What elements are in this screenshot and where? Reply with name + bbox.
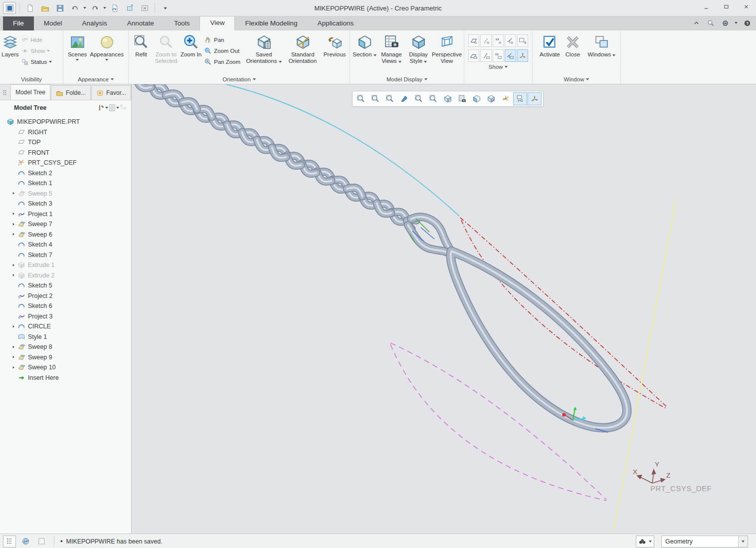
tree-item-right[interactable]: RIGHT xyxy=(0,127,131,138)
tab-model[interactable]: Model xyxy=(34,16,72,30)
windows-button[interactable]: Windows xyxy=(587,32,616,58)
previous-button[interactable]: Previous xyxy=(322,32,348,58)
group-label-model-display[interactable]: Model Display xyxy=(350,74,464,84)
expand-icon[interactable] xyxy=(10,365,17,370)
appearances-button[interactable]: Appearances xyxy=(90,32,124,61)
zoom-in-button[interactable] xyxy=(369,92,382,105)
wire-loop[interactable] xyxy=(408,217,627,428)
tree-item-project-1[interactable]: Project 1 xyxy=(0,209,131,220)
group-label-appearance[interactable]: Appearance xyxy=(63,74,128,84)
pan-zoom-button[interactable]: Pan Zoom xyxy=(202,56,244,67)
spin-center-display-button[interactable] xyxy=(517,49,528,62)
datum-display-filters-button[interactable] xyxy=(499,92,513,105)
graphics-area[interactable]: X Y Z PRT_CSYS_DEF xyxy=(132,84,756,534)
refit-button[interactable]: Refit xyxy=(130,32,152,58)
layers-button[interactable]: Layers xyxy=(1,32,19,58)
tree-item-front[interactable]: FRONT xyxy=(0,148,131,158)
group-label-show[interactable]: Show xyxy=(464,62,532,71)
open-file-button[interactable] xyxy=(38,2,51,14)
panel-tab-folder-browser[interactable]: Folde... xyxy=(51,85,91,100)
tree-item-sketch-4[interactable]: Sketch 4 xyxy=(0,240,131,250)
tree-item-prt-csys-def[interactable]: zPRT_CSYS_DEF xyxy=(0,158,131,168)
expand-icon[interactable] xyxy=(10,263,17,268)
hide-button[interactable]: Hide xyxy=(19,34,54,45)
maximize-button[interactable] xyxy=(720,2,733,12)
tab-applications[interactable]: Applications xyxy=(307,16,364,30)
zoom-in-button[interactable]: Zoom In xyxy=(180,32,202,58)
zoom-to-selected-button[interactable]: Zoom to Selected xyxy=(152,32,180,64)
display-style-button[interactable]: Display Style xyxy=(405,32,431,64)
csys-tag-display-button[interactable] xyxy=(505,49,516,62)
tree-item-project-2[interactable]: Project 2 xyxy=(0,291,131,301)
standard-orientation-button[interactable]: Standard Orientation xyxy=(284,32,322,64)
datum-plane-display-button[interactable] xyxy=(468,34,479,47)
datum-curve-yellow[interactable] xyxy=(614,199,676,530)
tree-item-sweep-6[interactable]: Sweep 6 xyxy=(0,230,131,240)
group-label-orientation[interactable]: Orientation xyxy=(129,74,350,84)
tab-analysis[interactable]: Analysis xyxy=(72,16,117,30)
web-browser-button[interactable] xyxy=(19,536,32,548)
section-button[interactable] xyxy=(470,92,484,105)
graphics-filter-button[interactable] xyxy=(513,92,527,105)
tree-item-sketch-2[interactable]: Sketch 2 xyxy=(0,168,131,179)
scenes-button[interactable]: Scenes xyxy=(68,32,87,61)
expand-icon[interactable] xyxy=(10,345,17,349)
show-window-button[interactable] xyxy=(123,2,136,14)
command-search-button[interactable] xyxy=(706,18,716,28)
tree-item-sketch-7[interactable]: Sketch 7 xyxy=(0,250,131,261)
expand-icon[interactable] xyxy=(10,212,17,216)
activate-button[interactable]: Activate xyxy=(537,32,563,58)
expand-icon[interactable] xyxy=(10,232,17,237)
tab-tools[interactable]: Tools xyxy=(164,16,200,30)
panel-tab-favorites[interactable]: Favor... xyxy=(91,85,131,100)
datum-curve-red-lower[interactable] xyxy=(461,220,667,409)
display-style-button[interactable] xyxy=(412,92,426,105)
tree-item-project-3[interactable]: Project 3 xyxy=(0,311,131,322)
csys-triad[interactable] xyxy=(637,470,665,483)
tree-item-sweep-5[interactable]: Sweep 5 xyxy=(0,189,131,199)
tab-annotate[interactable]: Annotate xyxy=(117,16,164,30)
undo-dropdown[interactable] xyxy=(83,7,86,9)
expand-icon[interactable] xyxy=(10,222,17,227)
resource-center-button[interactable] xyxy=(720,18,730,28)
new-file-button[interactable] xyxy=(23,2,36,14)
datum-axis-display-button[interactable] xyxy=(480,34,491,47)
refit-button[interactable] xyxy=(354,92,368,105)
qat-customize-button[interactable] xyxy=(159,2,172,14)
undo-button[interactable] xyxy=(68,2,81,14)
tree-settings-icon[interactable] xyxy=(108,104,116,112)
datum-csys-display-button[interactable] xyxy=(505,34,516,47)
close-button[interactable] xyxy=(740,2,753,12)
select-window-button[interactable] xyxy=(35,536,48,548)
3d-model-view[interactable]: X Y Z PRT_CSYS_DEF xyxy=(132,84,756,534)
redo-dropdown[interactable] xyxy=(103,7,106,9)
tree-item-extrude-1[interactable]: Extrude 1 xyxy=(0,260,131,271)
tab-view[interactable]: View xyxy=(199,16,235,30)
close-window-button[interactable] xyxy=(138,2,151,14)
point-tag-display-button[interactable]: xx xyxy=(493,49,504,62)
datum-point-display-button[interactable]: xx xyxy=(493,34,504,47)
saved-orientations-button[interactable] xyxy=(426,92,440,105)
3d-dragger-button[interactable] xyxy=(528,92,542,105)
redo-button[interactable] xyxy=(88,2,101,14)
axis-tag-display-button[interactable] xyxy=(480,49,491,62)
help-button[interactable]: ? xyxy=(742,18,752,28)
tree-item-style-1[interactable]: Style 1 xyxy=(0,332,131,342)
tree-item-extrude-2[interactable]: Extrude 2 xyxy=(0,271,131,281)
tree-tools-icon[interactable] xyxy=(97,104,105,112)
expand-icon[interactable] xyxy=(10,273,17,277)
group-label-window[interactable]: Window xyxy=(533,74,620,84)
tab-file[interactable]: File xyxy=(3,16,34,30)
manage-views-button[interactable]: Manage Views xyxy=(378,32,405,64)
tree-item-top[interactable]: TOP xyxy=(0,137,131,148)
tree-item-sweep-7[interactable]: Sweep 7 xyxy=(0,219,131,230)
annotation-display-button[interactable] xyxy=(517,34,528,47)
datum-curve-red-upper[interactable] xyxy=(460,218,668,408)
regenerate-button[interactable] xyxy=(108,2,121,14)
named-views-button[interactable] xyxy=(441,92,455,105)
find-tool[interactable] xyxy=(636,536,654,548)
tree-item-sketch-3[interactable]: Sketch 3 xyxy=(0,199,131,209)
annotations-button[interactable] xyxy=(484,92,498,105)
plane-tag-display-button[interactable] xyxy=(468,49,479,62)
close-window-button[interactable]: Close xyxy=(563,32,583,58)
